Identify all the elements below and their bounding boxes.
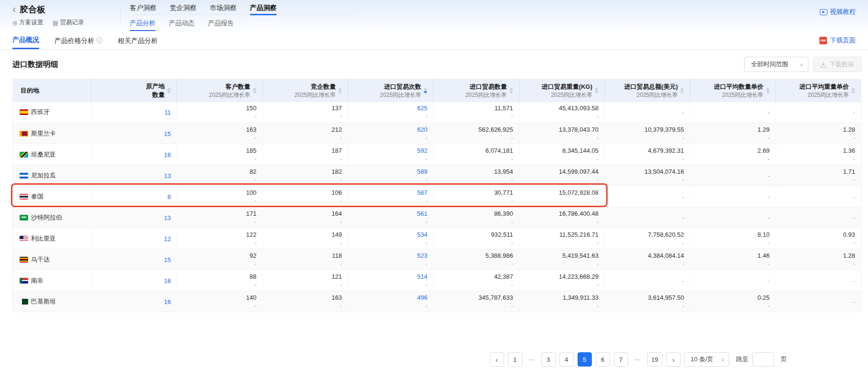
trade-count-link[interactable]: 620	[348, 126, 427, 134]
quick-link-2[interactable]: ▤贸易记录	[52, 19, 83, 27]
origin-count-link[interactable]: 13	[164, 172, 171, 179]
growth-rate-value: -	[434, 113, 513, 120]
data-cell: 523-	[348, 249, 433, 270]
cell-value: 86,390	[434, 210, 513, 218]
page-ellipsis-icon[interactable]: •••	[632, 352, 643, 367]
page-ellipsis-icon[interactable]: •••	[526, 352, 537, 367]
sort-desc-icon[interactable]	[338, 91, 342, 94]
trade-count-link[interactable]: 625	[348, 105, 427, 112]
trade-count-link[interactable]: 523	[348, 252, 427, 260]
jump-page-input[interactable]	[752, 352, 774, 367]
main-content: 进口数据明细 全部时间范围 ∨ 下载数据 目的地原产地数量客户数量2025同比增…	[0, 50, 868, 367]
sort-desc-icon[interactable]	[509, 91, 513, 94]
sorter[interactable]	[167, 88, 171, 94]
sort-asc-icon[interactable]	[595, 88, 599, 90]
origin-count-link[interactable]: 16	[164, 298, 171, 305]
main-nav-tab-2[interactable]: 竞企洞察	[170, 2, 196, 15]
video-tutorial-link[interactable]: ▶ 视频教程	[820, 8, 856, 16]
trade-count-link[interactable]: 496	[348, 294, 427, 302]
origin-count-link[interactable]: 11	[165, 109, 171, 116]
cell-value: 345,787,633	[434, 294, 513, 302]
growth-rate-value: -	[690, 303, 769, 309]
sub-nav-tab-2[interactable]: 产品动态	[169, 19, 195, 31]
trade-count-link[interactable]: 534	[348, 231, 427, 239]
sorter[interactable]	[680, 88, 684, 94]
jump-to-label: 跳至	[736, 355, 748, 364]
tab-1[interactable]: 产品概况	[12, 32, 39, 49]
page-button-1[interactable]: 1	[508, 352, 522, 367]
sub-nav-tab-1[interactable]: 产品分析	[130, 19, 155, 31]
sorter[interactable]	[509, 88, 513, 94]
origin-count-link[interactable]: 16	[164, 151, 171, 158]
sorter[interactable]	[766, 88, 770, 94]
sort-asc-icon[interactable]	[253, 88, 257, 90]
sort-asc-icon[interactable]	[509, 88, 513, 90]
data-cell: 11,571-	[434, 102, 519, 123]
sort-desc-icon[interactable]	[595, 91, 599, 94]
sorter[interactable]	[424, 88, 427, 94]
sort-desc-icon[interactable]	[253, 91, 257, 94]
trade-count-link[interactable]: 589	[348, 168, 427, 176]
origin-count-link[interactable]: 15	[164, 130, 171, 137]
pdf-icon: PDF	[819, 37, 827, 44]
sort-asc-icon[interactable]	[424, 88, 427, 90]
tab-2[interactable]: 产品价格分析i	[54, 32, 103, 49]
download-page-link[interactable]: PDF 下载页面	[819, 32, 856, 49]
origin-count-link[interactable]: 12	[164, 235, 171, 242]
growth-rate-value: -	[776, 135, 855, 141]
cell-value: 45,413,093.58	[519, 105, 599, 112]
sort-desc-icon[interactable]	[167, 91, 171, 94]
destination-label: 尼加拉瓜	[31, 172, 56, 179]
data-cell: 534-	[348, 228, 433, 249]
trade-count-link[interactable]: 587	[348, 189, 427, 197]
quick-link-1[interactable]: ◎方案设置	[12, 19, 43, 27]
main-nav-tab-4[interactable]: 产品洞察	[250, 2, 277, 15]
sorter[interactable]	[595, 88, 599, 94]
cell-value: 8.10	[690, 231, 769, 239]
page-button-4[interactable]: 4	[559, 352, 574, 367]
back-icon[interactable]: ‹	[12, 5, 16, 14]
page-button-3[interactable]: 3	[541, 352, 556, 367]
sorter[interactable]	[338, 88, 342, 94]
sort-asc-icon[interactable]	[167, 88, 171, 90]
sort-asc-icon[interactable]	[766, 88, 770, 90]
prev-page-button[interactable]: ‹	[490, 352, 504, 367]
sorter[interactable]	[253, 88, 257, 94]
main-nav-tab-1[interactable]: 客户洞察	[130, 2, 156, 15]
next-page-button[interactable]: ›	[666, 352, 681, 367]
origin-count-link[interactable]: 8	[167, 193, 171, 200]
page-button-6[interactable]: 6	[596, 352, 610, 367]
growth-rate-value: -	[348, 198, 427, 204]
trade-count-link[interactable]: 561	[348, 210, 427, 218]
trade-count-link[interactable]: 592	[348, 147, 427, 155]
growth-rate-value: -	[348, 113, 427, 120]
sub-nav-tab-3[interactable]: 产品报告	[208, 19, 234, 31]
sort-asc-icon[interactable]	[680, 88, 684, 90]
sort-desc-icon[interactable]	[680, 91, 684, 94]
sort-desc-icon[interactable]	[424, 91, 427, 94]
origin-count-link[interactable]: 13	[164, 214, 171, 221]
main-nav-tab-3[interactable]: 市场洞察	[210, 2, 237, 15]
origin-count-link[interactable]: 15	[164, 256, 171, 263]
data-cell: 0.93-	[775, 228, 861, 249]
page-button-7[interactable]: 7	[614, 352, 628, 367]
growth-rate-value: -	[690, 109, 769, 116]
download-data-button[interactable]: 下载数据	[813, 57, 861, 72]
page-size-select[interactable]: 10 条/页∨	[684, 352, 729, 367]
time-range-select[interactable]: 全部时间范围 ∨	[744, 57, 808, 72]
trade-count-link[interactable]: 514	[348, 273, 427, 281]
page-button-5[interactable]: 5	[578, 352, 592, 367]
tab-3[interactable]: 相关产品分析	[118, 32, 158, 49]
data-cell: 182-	[262, 165, 348, 186]
sorter[interactable]	[851, 88, 855, 94]
page-button-19[interactable]: 19	[647, 352, 662, 367]
data-cell: 1.29-	[690, 123, 775, 144]
growth-rate-value: -	[519, 135, 599, 141]
sort-asc-icon[interactable]	[338, 88, 342, 90]
data-cell: -	[604, 102, 690, 123]
data-cell: 13,954-	[434, 165, 519, 186]
sort-desc-icon[interactable]	[851, 91, 855, 94]
origin-count-link[interactable]: 16	[164, 277, 171, 284]
sort-desc-icon[interactable]	[766, 91, 770, 94]
sort-asc-icon[interactable]	[851, 88, 855, 90]
